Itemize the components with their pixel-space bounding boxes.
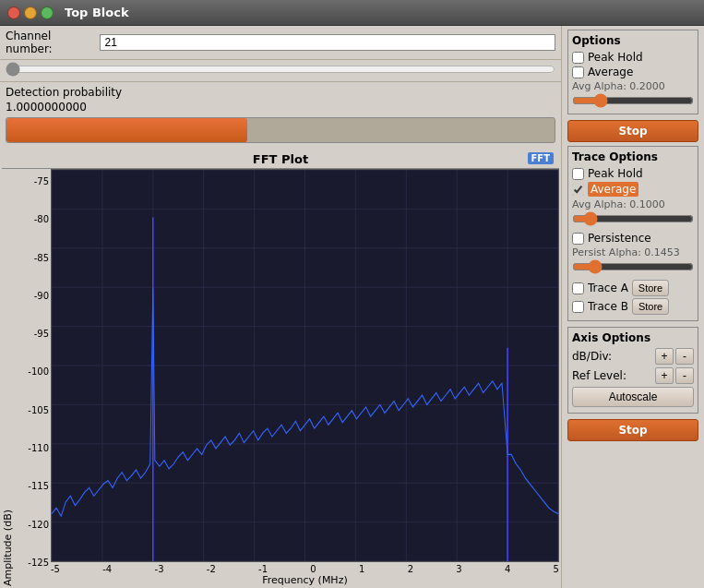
channel-input[interactable]	[100, 34, 555, 51]
plot-area: Amplitude (dB) -75 -80 -85 -90 -95 -100 …	[2, 169, 559, 586]
maximize-button[interactable]	[41, 6, 54, 19]
db-div-minus-button[interactable]: -	[675, 348, 694, 365]
ref-level-row: Ref Level: + -	[572, 367, 694, 384]
trace-options-section: Trace Options Peak Hold Average Avg Alph…	[567, 146, 698, 321]
db-div-plus-button[interactable]: +	[655, 348, 674, 365]
detection-label: Detection probability	[6, 86, 555, 99]
channel-slider[interactable]	[6, 62, 555, 77]
channel-label: Channel number:	[6, 30, 94, 55]
average-checkbox[interactable]	[572, 66, 584, 78]
ref-level-label: Ref Level:	[572, 369, 626, 382]
title-bar: Top Block	[0, 0, 704, 26]
trace-avg-alpha-slider[interactable]	[572, 212, 694, 225]
fft-plot-wrapper: FFT Plot FFT Amplitude (dB) -75 -80 -85 …	[2, 150, 559, 586]
detection-section: Detection probability 1.0000000000	[0, 82, 561, 150]
progress-bar-container	[6, 117, 555, 143]
autoscale-button[interactable]: Autoscale	[572, 387, 694, 407]
ref-level-controls: + -	[655, 367, 694, 384]
avg-alpha-label: Avg Alpha: 0.2000	[572, 80, 694, 92]
average-row: Average	[572, 66, 694, 78]
options-title: Options	[572, 34, 694, 47]
right-panel: Options Peak Hold Average Avg Alpha: 0.2…	[561, 26, 704, 588]
fft-svg	[51, 169, 559, 562]
main-content: Channel number: Detection probability 1.…	[0, 26, 704, 588]
axis-options-title: Axis Options	[572, 331, 694, 344]
peak-hold-label[interactable]: Peak Hold	[588, 51, 643, 64]
persist-alpha-slider[interactable]	[572, 260, 694, 273]
persistence-label[interactable]: Persistence	[588, 232, 651, 245]
trace-b-row: Trace B Store	[572, 298, 694, 315]
trace-peak-hold-row: Peak Hold	[572, 167, 694, 180]
trace-b-checkbox[interactable]	[572, 301, 584, 313]
x-axis-labels: -5 -4 -3 -2 -1 0 1 2 3 4 5	[51, 562, 559, 574]
trace-average-row: Average	[572, 182, 694, 197]
axis-options-section: Axis Options dB/Div: + - Ref Level: + - …	[567, 327, 698, 414]
plot-inner: -5 -4 -3 -2 -1 0 1 2 3 4 5 Frequency (MH…	[51, 169, 559, 586]
avg-alpha-slider[interactable]	[572, 94, 694, 107]
trace-a-checkbox[interactable]	[572, 282, 584, 294]
x-axis-title: Frequency (MHz)	[51, 574, 559, 586]
close-button[interactable]	[7, 6, 20, 19]
db-div-row: dB/Div: + -	[572, 348, 694, 365]
slider-row	[0, 60, 561, 82]
options-section: Options Peak Hold Average Avg Alpha: 0.2…	[567, 30, 698, 114]
trace-options-title: Trace Options	[572, 150, 694, 163]
peak-hold-checkbox[interactable]	[572, 52, 584, 64]
trace-a-store-button[interactable]: Store	[632, 280, 669, 296]
db-div-label: dB/Div:	[572, 350, 612, 363]
window-controls[interactable]	[7, 6, 54, 19]
progress-bar-fill	[6, 118, 247, 142]
persistence-checkbox[interactable]	[572, 233, 584, 245]
trace-b-label[interactable]: Trace B	[588, 300, 628, 313]
channel-row: Channel number:	[0, 26, 561, 60]
peak-hold-row: Peak Hold	[572, 51, 694, 64]
detection-value: 1.0000000000	[6, 101, 555, 114]
persist-alpha-label: Persist Alpha: 0.1453	[572, 246, 694, 258]
fft-plot-title: FFT Plot FFT	[2, 150, 559, 169]
trace-avg-alpha-label: Avg Alpha: 0.1000	[572, 198, 694, 210]
y-axis-labels: -75 -80 -85 -90 -95 -100 -105 -110 -115 …	[16, 169, 51, 586]
y-axis-title: Amplitude (dB)	[2, 169, 16, 586]
trace-average-label[interactable]: Average	[588, 182, 638, 197]
minimize-button[interactable]	[24, 6, 37, 19]
ref-level-minus-button[interactable]: -	[675, 367, 694, 384]
db-div-controls: + -	[655, 348, 694, 365]
bottom-stop-button[interactable]: Stop	[567, 419, 698, 441]
trace-b-store-button[interactable]: Store	[632, 298, 669, 315]
average-label[interactable]: Average	[588, 66, 633, 78]
trace-average-checkbox[interactable]	[572, 184, 584, 196]
trace-a-label[interactable]: Trace A	[588, 282, 628, 294]
persistence-row: Persistence	[572, 232, 694, 245]
trace-peak-hold-label[interactable]: Peak Hold	[588, 167, 643, 180]
left-panel: Channel number: Detection probability 1.…	[0, 26, 561, 588]
ref-level-plus-button[interactable]: +	[655, 367, 674, 384]
trace-a-row: Trace A Store	[572, 280, 694, 296]
top-stop-button[interactable]: Stop	[567, 120, 698, 142]
trace-peak-hold-checkbox[interactable]	[572, 168, 584, 180]
fft-badge: FFT	[528, 152, 554, 164]
window-title: Top Block	[65, 6, 129, 19]
